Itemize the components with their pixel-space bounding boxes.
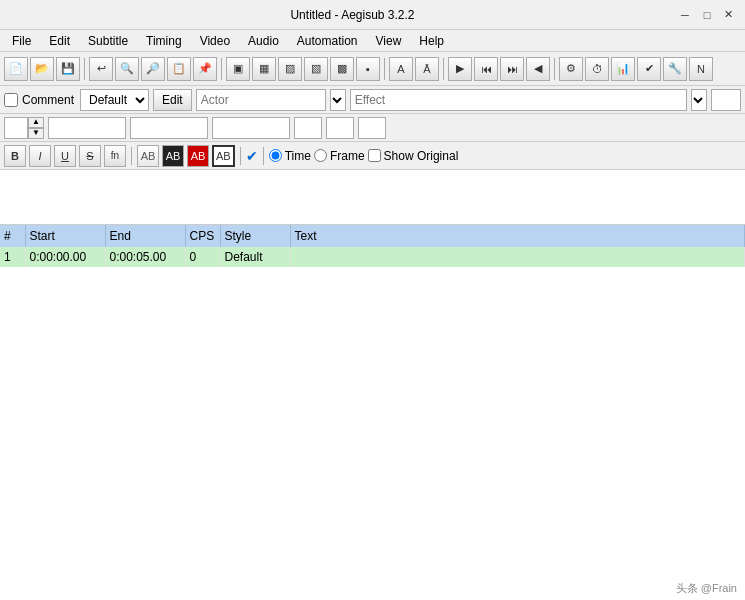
ab-red-button[interactable]: AB (187, 145, 209, 167)
toolbar-btn-22[interactable]: ⏭ (500, 57, 524, 81)
show-original-label: Show Original (384, 149, 459, 163)
toolbar-btn-21[interactable]: ⏮ (474, 57, 498, 81)
timingrow: 0 ▲ ▼ 0:00:00.0 0:00:05.0 0:00:05.0 0 0 … (0, 114, 745, 142)
table-header-row: #StartEndCPSStyleText (0, 225, 745, 247)
toolbar-btn-28[interactable]: ✔ (637, 57, 661, 81)
comment-label: Comment (22, 93, 74, 107)
cell-text (290, 247, 745, 267)
bold-button[interactable]: B (4, 145, 26, 167)
toolbar-btn-17[interactable]: A (389, 57, 413, 81)
col-header-cps: CPS (185, 225, 220, 247)
toolbar-btn-8[interactable]: 📌 (193, 57, 217, 81)
close-button[interactable]: ✕ (721, 7, 737, 23)
margin-l-input[interactable]: 0 (294, 117, 322, 139)
titlebar: Untitled - Aegisub 3.2.2 ─ □ ✕ (0, 0, 745, 30)
time-radio[interactable] (269, 149, 282, 162)
format-separator-1 (131, 147, 132, 165)
toolbar-btn-27[interactable]: 📊 (611, 57, 635, 81)
table-row[interactable]: 10:00:00.000:00:05.000Default (0, 247, 745, 267)
watermark: 头条 @Frain (676, 581, 737, 596)
toolbar-btn-12[interactable]: ▨ (278, 57, 302, 81)
frame-label: Frame (330, 149, 365, 163)
cell-end: 0:00:05.00 (105, 247, 185, 267)
toolbar-separator-9 (221, 58, 222, 80)
toolbar-btn-5[interactable]: 🔍 (115, 57, 139, 81)
toolbar-btn-0[interactable]: 📄 (4, 57, 28, 81)
line-num-down[interactable]: ▼ (28, 128, 44, 139)
toolbar-btn-20[interactable]: ▶ (448, 57, 472, 81)
effect-dropdown[interactable] (691, 89, 707, 111)
strikethrough-button[interactable]: S (79, 145, 101, 167)
formatrow: B I U S fn AB AB AB AB ✔ Time Frame Show… (0, 142, 745, 170)
actor-dropdown[interactable] (330, 89, 346, 111)
toolbar-btn-14[interactable]: ▩ (330, 57, 354, 81)
edit-button[interactable]: Edit (153, 89, 192, 111)
toolbar-btn-30[interactable]: N (689, 57, 713, 81)
style-dropdown[interactable]: Default (80, 89, 149, 111)
time-label: Time (285, 149, 311, 163)
col-header-style: Style (220, 225, 290, 247)
comment-checkbox[interactable] (4, 93, 18, 107)
format-separator-2 (240, 147, 241, 165)
minimize-button[interactable]: ─ (677, 7, 693, 23)
menubar-item-help[interactable]: Help (411, 32, 452, 50)
cell-cps: 0 (185, 247, 220, 267)
ab-white-button[interactable]: AB (137, 145, 159, 167)
col-header-text: Text (290, 225, 745, 247)
cell-num: 1 (0, 247, 25, 267)
menubar-item-edit[interactable]: Edit (41, 32, 78, 50)
layer-input[interactable]: 0 (711, 89, 741, 111)
menubar: FileEditSubtitleTimingVideoAudioAutomati… (0, 30, 745, 52)
underline-button[interactable]: U (54, 145, 76, 167)
menubar-item-audio[interactable]: Audio (240, 32, 287, 50)
col-header-#: # (0, 225, 25, 247)
start-time-input[interactable]: 0:00:00.0 (48, 117, 126, 139)
margin-r-input[interactable]: 0 (326, 117, 354, 139)
toolbar-separator-3 (84, 58, 85, 80)
toolbar-btn-1[interactable]: 📂 (30, 57, 54, 81)
toolbar-btn-25[interactable]: ⚙ (559, 57, 583, 81)
col-header-end: End (105, 225, 185, 247)
checkmark-icon: ✔ (246, 148, 258, 164)
menubar-item-file[interactable]: File (4, 32, 39, 50)
italic-button[interactable]: I (29, 145, 51, 167)
maximize-button[interactable]: □ (699, 7, 715, 23)
subtitle-textarea[interactable] (4, 172, 741, 222)
menubar-item-subtitle[interactable]: Subtitle (80, 32, 136, 50)
ab-border-button[interactable]: AB (212, 145, 235, 167)
line-num-up[interactable]: ▲ (28, 117, 44, 128)
textarearow (0, 170, 745, 225)
frame-radio[interactable] (314, 149, 327, 162)
menubar-item-video[interactable]: Video (192, 32, 238, 50)
menubar-item-timing[interactable]: Timing (138, 32, 190, 50)
toolbar-btn-2[interactable]: 💾 (56, 57, 80, 81)
toolbar-btn-7[interactable]: 📋 (167, 57, 191, 81)
toolbar-btn-23[interactable]: ◀ (526, 57, 550, 81)
toolbar-btn-13[interactable]: ▧ (304, 57, 328, 81)
toolbar-btn-4[interactable]: ↩ (89, 57, 113, 81)
titlebar-title: Untitled - Aegisub 3.2.2 (290, 8, 414, 22)
titlebar-controls: ─ □ ✕ (677, 7, 737, 23)
show-original-checkbox[interactable] (368, 149, 381, 162)
toolbar-btn-26[interactable]: ⏱ (585, 57, 609, 81)
toolbar-btn-10[interactable]: ▣ (226, 57, 250, 81)
duration-input[interactable]: 0:00:05.0 (212, 117, 290, 139)
toolbar-separator-16 (384, 58, 385, 80)
toolbar-btn-11[interactable]: ▦ (252, 57, 276, 81)
toolbar-btn-29[interactable]: 🔧 (663, 57, 687, 81)
actor-input[interactable] (196, 89, 326, 111)
toolbar-btn-18[interactable]: Ā (415, 57, 439, 81)
end-time-input[interactable]: 0:00:05.0 (130, 117, 208, 139)
toolbar-btn-6[interactable]: 🔎 (141, 57, 165, 81)
line-number-input[interactable]: 0 (4, 117, 28, 139)
toolbar: 📄📂💾↩🔍🔎📋📌▣▦▨▧▩▪AĀ▶⏮⏭◀⚙⏱📊✔🔧N (0, 52, 745, 86)
ab-dark-button[interactable]: AB (162, 145, 184, 167)
toolbar-btn-15[interactable]: ▪ (356, 57, 380, 81)
margin-v-input[interactable]: 0 (358, 117, 386, 139)
menubar-item-automation[interactable]: Automation (289, 32, 366, 50)
toolbar-separator-19 (443, 58, 444, 80)
effect-input[interactable] (350, 89, 687, 111)
fontname-button[interactable]: fn (104, 145, 126, 167)
menubar-item-view[interactable]: View (368, 32, 410, 50)
subtitle-table-container: #StartEndCPSStyleText 10:00:00.000:00:05… (0, 225, 745, 600)
